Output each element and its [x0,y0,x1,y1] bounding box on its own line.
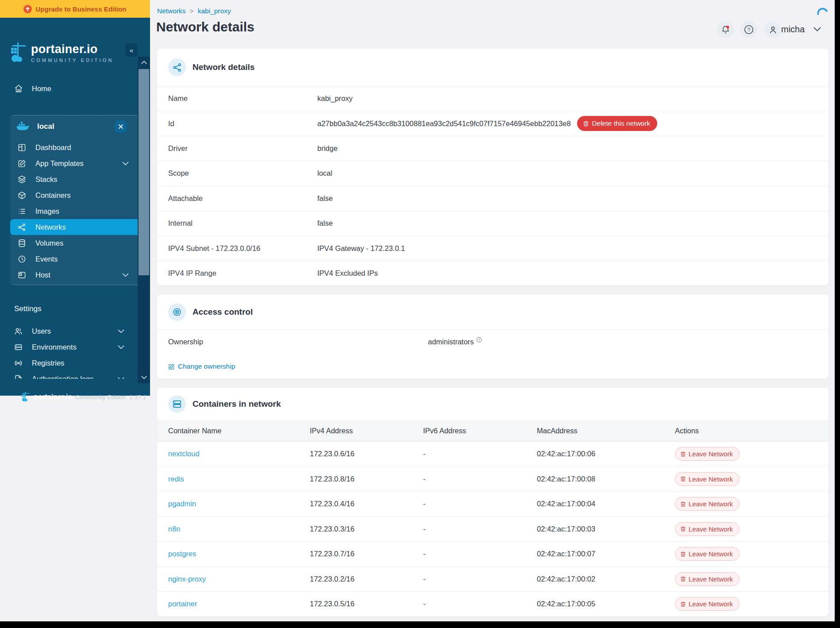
notifications-button[interactable] [717,21,734,38]
environment-name: local [37,122,54,131]
table-row: n8n 172.23.0.3/16 - 02:42:ac:17:00:03 Le… [157,516,828,542]
delete-network-button[interactable]: Delete this network [577,116,658,131]
row-value: false [317,194,333,203]
sidebar-item-label: Volumes [35,239,63,247]
panel-title: Containers in network [193,399,281,409]
help-button[interactable]: ? [740,21,757,38]
sidebar-item-containers[interactable]: Containers [10,187,150,203]
footer-edition: Community Edition [75,394,125,401]
change-ownership-link[interactable]: Change ownership [168,362,235,370]
sidebar-item-events[interactable]: Events [10,251,150,267]
sidebar-item-images[interactable]: Images [10,203,150,219]
sidebar-item-app-templates[interactable]: App Templates [10,155,150,171]
row-value: bridge [317,144,338,153]
file-shield-icon [14,375,23,379]
ipv6-value: - [423,525,537,533]
mac-value: 02:42:ac:17:00:07 [537,550,675,558]
table-row: redis 172.23.0.8/16 - 02:42:ac:17:00:08 … [157,466,828,492]
sidebar-item-networks[interactable]: Networks [10,219,150,235]
row-label: Driver [168,144,317,153]
list-icon [18,207,27,216]
row-value: false [317,219,333,227]
trash-icon [680,501,686,507]
row-label: IPV4 Subnet - 172.23.0.0/16 [168,244,317,253]
environment-header[interactable]: local [10,119,150,134]
chevron-down-icon [118,345,124,349]
ownership-value: administrators [428,338,474,346]
leave-network-button[interactable]: Leave Network [675,597,740,611]
row-label: Internal [168,219,317,227]
ownership-label: Ownership [168,338,428,346]
sidebar-item-home[interactable]: Home [0,81,150,96]
detail-row-id: Id a27bb0a3a24c2543cc8b3100881ea93c2d541… [157,111,828,135]
leave-network-button[interactable]: Leave Network [675,447,740,461]
user-menu-button[interactable] [764,21,781,38]
row-label: Name [168,94,317,103]
breadcrumb-networks-link[interactable]: Networks [157,7,186,15]
sidebar-scrollbar[interactable] [138,57,150,383]
sidebar-item-stacks[interactable]: Stacks [10,171,150,187]
leave-network-label: Leave Network [689,550,733,558]
column-actions: Actions [675,427,828,435]
environment-close-button[interactable] [115,120,127,133]
column-ipv6: IPv6 Address [423,427,537,435]
broadcast-icon [14,359,23,367]
container-link[interactable]: nextcloud [168,450,310,458]
detail-row-ipv4-range: IPV4 IP Range IPV4 Excluded IPs [157,261,828,285]
leave-network-button[interactable]: Leave Network [675,497,740,511]
footer-version: 2.17.1 [129,394,146,401]
row-label: Attachable [168,194,317,203]
row-label: Id [168,119,317,128]
row-value: a27bb0a3a24c2543cc8b3100881ea93c2d541c9f… [317,119,571,128]
username[interactable]: micha [781,24,805,35]
container-link[interactable]: redis [168,475,310,483]
detail-row-scope: Scope local [157,161,828,185]
svg-text:?: ? [478,338,480,341]
sidebar-item-registries[interactable]: Registries [0,355,150,371]
mac-value: 02:42:ac:17:00:03 [537,525,675,533]
ipv4-value: 172.23.0.3/16 [310,525,423,533]
ipv6-value: - [423,475,537,483]
scrollbar-thumb[interactable] [139,69,149,275]
scroll-up-icon[interactable] [138,57,150,68]
sidebar-item-label: Environments [32,343,77,351]
sidebar-collapse-button[interactable]: « [125,43,138,57]
leave-network-label: Leave Network [689,450,733,458]
trash-icon [680,476,686,482]
container-link[interactable]: n8n [168,525,310,533]
leave-network-button[interactable]: Leave Network [675,522,740,536]
sidebar-item-volumes[interactable]: Volumes [10,235,150,251]
detail-row-name: Name kabi_proxy [157,86,828,111]
container-link[interactable]: portainer [168,600,310,608]
layers-icon [18,175,27,184]
container-link[interactable]: pgadmin [168,500,310,508]
sidebar-item-authentication-logs[interactable]: Authentication logs [0,371,150,379]
trash-icon [583,120,589,127]
table-row: nextcloud 172.23.0.6/16 - 02:42:ac:17:00… [157,441,828,466]
user-menu-chevron-icon[interactable] [813,27,821,31]
ipv6-value: - [423,575,537,583]
access-control-icon [168,303,186,321]
breadcrumb-separator: > [190,7,194,15]
sidebar-item-users[interactable]: Users [0,323,150,339]
bell-icon [721,25,730,35]
breadcrumb: Networks > kabi_proxy [157,7,231,15]
sidebar-item-environments[interactable]: Environments [0,339,150,355]
container-link[interactable]: nginx-proxy [168,575,310,583]
leave-network-button[interactable]: Leave Network [675,572,740,586]
breadcrumb-current[interactable]: kabi_proxy [198,7,231,15]
container-link[interactable]: postgres [168,550,310,558]
scroll-down-icon[interactable] [138,372,150,383]
sidebar-item-host[interactable]: Host [10,267,150,283]
containers-in-network-panel: Containers in network Container Name IPv… [157,388,828,616]
upgrade-banner[interactable]: Upgrade to Business Edition [0,0,150,18]
ipv6-value: - [423,600,537,608]
leave-network-button[interactable]: Leave Network [675,547,740,561]
leave-network-button[interactable]: Leave Network [675,472,740,486]
screen-edge-right [835,0,840,628]
settings-nav: Users Environments Registries Authent [0,323,150,379]
sidebar-item-dashboard[interactable]: Dashboard [10,139,150,155]
user-icon [768,25,778,35]
host-icon [18,271,27,279]
database-icon [18,239,27,247]
